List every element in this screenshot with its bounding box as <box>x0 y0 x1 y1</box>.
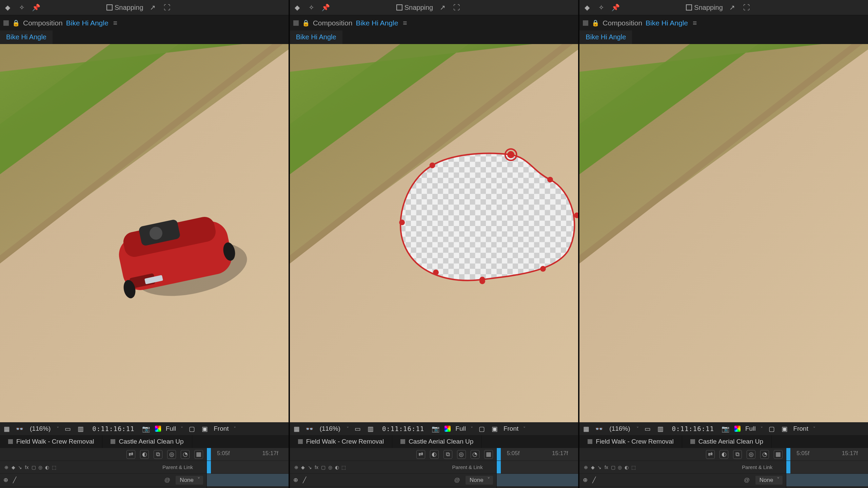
zoom-readout[interactable]: (116%) <box>30 425 51 432</box>
blend-col-icon[interactable]: ▢ <box>320 464 327 470</box>
av-icon[interactable]: ⊕ <box>3 464 9 470</box>
timeline-tab[interactable]: Field Walk - Crew Removal <box>579 435 682 448</box>
mask-vertex[interactable] <box>507 151 514 158</box>
snap-edge-icon[interactable]: ↗ <box>728 3 737 12</box>
composition-name[interactable]: Bike Hi Angle <box>356 19 398 27</box>
label-icon[interactable]: ◆ <box>10 464 16 470</box>
view-dropdown[interactable]: Front <box>214 425 229 432</box>
composition-viewer[interactable] <box>0 44 289 422</box>
region-icon[interactable]: ▢ <box>768 425 776 433</box>
lock-icon[interactable]: 🔒 <box>12 19 20 27</box>
composition-name[interactable]: Bike Hi Angle <box>646 19 688 27</box>
timeline-layer-row[interactable]: ⊕ ╱ @ None <box>290 474 496 487</box>
layer-av-icon[interactable]: ⊕ <box>3 476 10 484</box>
timecode-readout[interactable]: 0:11:16:11 <box>92 425 134 432</box>
alpha-icon[interactable]: ▦ <box>582 425 590 433</box>
timeline-tab[interactable]: Field Walk - Crew Removal <box>0 435 102 448</box>
snapping-toggle[interactable]: Snapping <box>396 4 433 12</box>
mb-col-icon[interactable]: ◎ <box>37 464 43 470</box>
grid-icon[interactable]: ▭ <box>354 425 362 433</box>
timeline-workarea[interactable] <box>786 461 868 474</box>
shy-icon[interactable]: ◐ <box>430 450 439 459</box>
frame-blend-icon[interactable]: ⧉ <box>443 450 452 459</box>
mask-toggle-icon[interactable]: 👓 <box>305 425 314 433</box>
blend-col-icon[interactable]: ▢ <box>31 464 37 470</box>
color-management-icon[interactable] <box>155 426 161 432</box>
3d-icon[interactable]: ⬚ <box>341 464 347 470</box>
node-icon[interactable]: ⇄ <box>126 450 135 459</box>
pin-icon[interactable]: 📌 <box>611 3 620 12</box>
mask-vertex[interactable] <box>433 269 439 275</box>
pickwhip-icon[interactable]: @ <box>453 476 461 484</box>
render-icon[interactable]: ▦ <box>774 450 783 459</box>
grid-icon[interactable]: ▭ <box>644 425 652 433</box>
resolution-dropdown[interactable]: Full <box>166 425 176 432</box>
view-dropdown[interactable]: Front <box>504 425 518 432</box>
layer-av-icon[interactable]: ⊕ <box>293 476 300 484</box>
timecode-readout[interactable]: 0:11:16:11 <box>382 425 424 432</box>
adj-icon[interactable]: ◐ <box>44 464 50 470</box>
wand-icon[interactable]: ✧ <box>17 3 26 12</box>
graph-icon[interactable]: ◔ <box>471 450 479 459</box>
fx-icon[interactable]: fx <box>24 464 30 470</box>
blend-col-icon[interactable]: ▢ <box>610 464 616 470</box>
resolution-chevron-icon[interactable]: ˅ <box>471 426 473 431</box>
snapping-toggle[interactable]: Snapping <box>686 4 723 12</box>
shy-col-icon[interactable]: ↘ <box>17 464 23 470</box>
lock-icon[interactable]: 🔒 <box>302 19 310 27</box>
timeline-layer-bar[interactable] <box>497 474 578 487</box>
guides-icon[interactable]: ▥ <box>77 425 85 433</box>
region-icon[interactable]: ▢ <box>478 425 486 433</box>
mask-vertex[interactable] <box>540 266 546 272</box>
snap-bounds-icon[interactable]: ⛶ <box>162 3 172 12</box>
composition-tab-active[interactable]: Bike Hi Angle <box>0 30 53 45</box>
shy-icon[interactable]: ◐ <box>719 450 728 459</box>
playhead-icon[interactable] <box>207 448 211 461</box>
fx-icon[interactable]: fx <box>314 464 320 470</box>
color-management-icon[interactable] <box>445 426 451 432</box>
panel-menu-icon[interactable]: ≡ <box>403 19 407 27</box>
zoom-dropdown-icon[interactable]: ˅ <box>57 426 59 431</box>
mb-col-icon[interactable]: ◎ <box>327 464 333 470</box>
view-dropdown[interactable]: Front <box>793 425 808 432</box>
alpha-icon[interactable]: ▦ <box>293 425 301 433</box>
color-management-icon[interactable] <box>734 426 741 432</box>
3d-icon[interactable]: ⬚ <box>51 464 57 470</box>
view-chevron-icon[interactable]: ˅ <box>523 426 526 431</box>
transparency-icon[interactable]: ▣ <box>491 425 499 433</box>
zoom-dropdown-icon[interactable]: ˅ <box>636 426 639 431</box>
layer-av-icon[interactable]: ⊕ <box>583 476 590 484</box>
pickwhip-icon[interactable]: @ <box>743 476 751 484</box>
mask-toggle-icon[interactable]: 👓 <box>16 425 24 433</box>
snap-edge-icon[interactable]: ↗ <box>438 3 447 12</box>
playhead-icon[interactable] <box>786 448 790 461</box>
graph-icon[interactable]: ◔ <box>760 450 769 459</box>
label-icon[interactable]: ◆ <box>590 464 596 470</box>
wand-icon[interactable]: ✧ <box>596 3 606 12</box>
parent-dropdown[interactable]: None <box>176 476 203 485</box>
timeline-layer-bar[interactable] <box>207 474 289 487</box>
guides-icon[interactable]: ▥ <box>367 425 375 433</box>
graph-icon[interactable]: ◔ <box>181 450 190 459</box>
mask-vertex[interactable] <box>479 277 485 282</box>
snapshot-icon[interactable]: 📷 <box>432 425 440 433</box>
view-chevron-icon[interactable]: ˅ <box>234 426 236 431</box>
render-icon[interactable]: ▦ <box>484 450 493 459</box>
pickwhip-icon[interactable]: @ <box>163 476 171 484</box>
label-icon[interactable]: ◆ <box>300 464 306 470</box>
timeline-workarea[interactable] <box>497 461 578 474</box>
render-icon[interactable]: ▦ <box>194 450 203 459</box>
mask-vertex[interactable] <box>547 177 553 183</box>
resolution-chevron-icon[interactable]: ˅ <box>761 426 763 431</box>
shy-icon[interactable]: ◐ <box>140 450 149 459</box>
mb-col-icon[interactable]: ◎ <box>617 464 623 470</box>
zoom-readout[interactable]: (116%) <box>320 425 340 432</box>
mask-vertex[interactable] <box>429 163 435 168</box>
snap-bounds-icon[interactable]: ⛶ <box>742 3 751 12</box>
snapping-toggle[interactable]: Snapping <box>106 4 143 12</box>
node-icon[interactable]: ⇄ <box>706 450 715 459</box>
av-icon[interactable]: ⊕ <box>583 464 589 470</box>
snap-bounds-icon[interactable]: ⛶ <box>452 3 461 12</box>
timeline-layer-bar[interactable] <box>786 474 868 487</box>
motion-blur-icon[interactable]: ◎ <box>747 450 755 459</box>
